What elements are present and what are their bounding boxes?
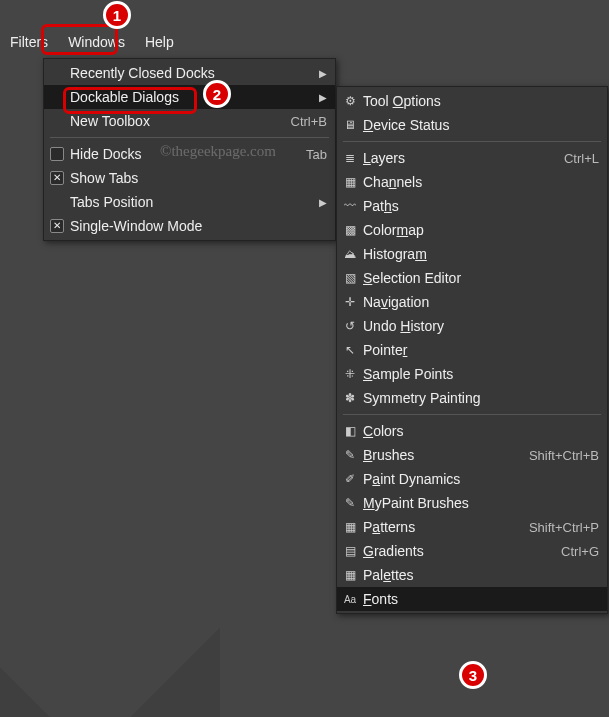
item-tool-options[interactable]: ⚙ Tool Options: [337, 89, 607, 113]
brush-icon: ✎: [343, 448, 357, 462]
item-fonts[interactable]: Aa Fonts: [337, 587, 607, 611]
histogram-icon: ⛰: [343, 247, 357, 261]
item-tabs-position[interactable]: Tabs Position▶: [44, 190, 335, 214]
paths-icon: 〰: [343, 199, 357, 213]
item-undo-history[interactable]: ↺ Undo History: [337, 314, 607, 338]
item-sample-points[interactable]: ⁜ Sample Points: [337, 362, 607, 386]
item-symmetry-painting[interactable]: ✽ Symmetry Painting: [337, 386, 607, 410]
item-brushes[interactable]: ✎ Brushes Shift+Ctrl+B: [337, 443, 607, 467]
checkbox-icon: [50, 147, 64, 161]
windows-menu: Recently Closed Docks▶ Dockable Dialogs▶…: [43, 58, 336, 241]
item-channels[interactable]: ▦ Channels: [337, 170, 607, 194]
item-mypaint-brushes[interactable]: ✎ MyPaint Brushes: [337, 491, 607, 515]
separator: [343, 414, 601, 415]
item-navigation[interactable]: ✛ Navigation: [337, 290, 607, 314]
separator: [343, 141, 601, 142]
pointer-icon: ↖: [343, 343, 357, 357]
fonts-icon: Aa: [343, 592, 357, 606]
colormap-icon: ▩: [343, 223, 357, 237]
separator: [50, 137, 329, 138]
dynamics-icon: ✐: [343, 472, 357, 486]
selection-icon: ▧: [343, 271, 357, 285]
tool-options-icon: ⚙: [343, 94, 357, 108]
item-selection-editor[interactable]: ▧ Selection Editor: [337, 266, 607, 290]
item-recently-closed[interactable]: Recently Closed Docks▶: [44, 61, 335, 85]
colors-icon: ◧: [343, 424, 357, 438]
item-paths[interactable]: 〰 Paths: [337, 194, 607, 218]
checkbox-checked-icon: ✕: [50, 171, 64, 185]
item-layers[interactable]: ≣ Layers Ctrl+L: [337, 146, 607, 170]
item-show-tabs[interactable]: ✕Show Tabs: [44, 166, 335, 190]
device-status-icon: 🖥: [343, 118, 357, 132]
symmetry-icon: ✽: [343, 391, 357, 405]
undo-history-icon: ↺: [343, 319, 357, 333]
patterns-icon: ▦: [343, 520, 357, 534]
annot-badge-1: 1: [103, 1, 131, 29]
checkbox-checked-icon: ✕: [50, 219, 64, 233]
annot-dockable: [63, 87, 197, 114]
dockable-submenu: ⚙ Tool Options 🖥 Device Status ≣ Layers …: [336, 86, 608, 614]
item-device-status[interactable]: 🖥 Device Status: [337, 113, 607, 137]
annot-badge-2: 2: [203, 80, 231, 108]
item-colors[interactable]: ◧ Colors: [337, 419, 607, 443]
item-hide-docks[interactable]: Hide DocksTab: [44, 142, 335, 166]
palettes-icon: ▦: [343, 568, 357, 582]
annot-windows: [41, 24, 118, 55]
item-palettes[interactable]: ▦ Palettes: [337, 563, 607, 587]
menu-help[interactable]: Help: [135, 30, 184, 54]
item-paint-dynamics[interactable]: ✐ Paint Dynamics: [337, 467, 607, 491]
gradients-icon: ▤: [343, 544, 357, 558]
item-gradients[interactable]: ▤ Gradients Ctrl+G: [337, 539, 607, 563]
channels-icon: ▦: [343, 175, 357, 189]
sample-points-icon: ⁜: [343, 367, 357, 381]
item-pointer[interactable]: ↖ Pointer: [337, 338, 607, 362]
item-patterns[interactable]: ▦ Patterns Shift+Ctrl+P: [337, 515, 607, 539]
navigation-icon: ✛: [343, 295, 357, 309]
item-histogram[interactable]: ⛰ Histogram: [337, 242, 607, 266]
annot-badge-3: 3: [459, 661, 487, 689]
layers-icon: ≣: [343, 151, 357, 165]
mypaint-icon: ✎: [343, 496, 357, 510]
item-colormap[interactable]: ▩ Colormap: [337, 218, 607, 242]
item-single-window[interactable]: ✕Single-Window Mode: [44, 214, 335, 238]
